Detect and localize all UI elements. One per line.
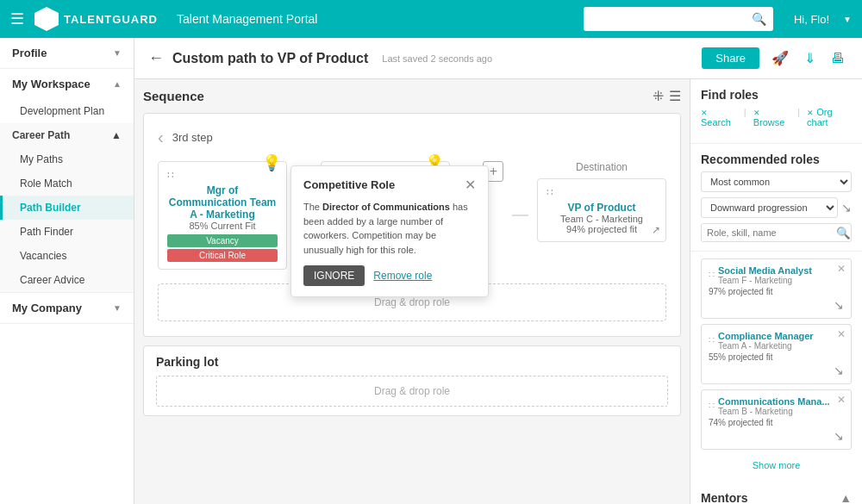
card-handle: ∷ — [167, 169, 278, 181]
sidebar: Profile ▼ My Workspace ▲ Development Pla… — [0, 38, 134, 504]
grid-view-icon[interactable]: ⁜ — [653, 88, 664, 104]
lightbulb-icon: 💡 — [262, 153, 281, 172]
logo-shield-icon — [34, 7, 59, 31]
role-drag-dots-1[interactable]: ∷ — [709, 270, 715, 281]
parking-lot-drag-drop[interactable]: Drag & drop role — [156, 376, 668, 407]
sequence-controls: ⁜ ☰ — [653, 88, 681, 104]
sidebar-workspace-label: My Workspace — [12, 78, 91, 90]
step-back-arrow-icon[interactable]: ‹ — [158, 128, 164, 147]
company-collapse-icon: ▼ — [113, 303, 122, 313]
sidebar-item-role-match[interactable]: Role Match — [0, 171, 134, 196]
critical-role-badge: Critical Role — [167, 249, 278, 262]
sidebar-item-career-advice[interactable]: Career Advice — [0, 268, 134, 292]
role-drag-dots-2[interactable]: ∷ — [709, 335, 715, 346]
role3-name: Communications Mana... — [718, 396, 830, 407]
tab-browse[interactable]: ✕ Browse — [753, 107, 791, 128]
sequence-header: Sequence ⁜ ☰ — [143, 88, 681, 104]
tab-search[interactable]: ✕ Search — [701, 107, 737, 128]
drag-handle-icon[interactable]: ∷ — [167, 169, 174, 181]
popup-remove-link[interactable]: Remove role — [373, 270, 432, 282]
sidebar-company-header[interactable]: My Company ▼ — [0, 293, 134, 323]
sidebar-company-section: My Company ▼ — [0, 293, 134, 324]
share-button[interactable]: Share — [702, 47, 759, 69]
rocket-icon-button[interactable]: 🚀 — [768, 47, 792, 70]
sidebar-workspace-section: My Workspace ▲ Development Plan Career P… — [0, 69, 134, 293]
role-drag-dots-3[interactable]: ∷ — [709, 401, 715, 412]
canvas-area: Sequence ⁜ ☰ ‹ 3rd step — [134, 79, 690, 504]
search-wrap: 🔍 — [584, 7, 773, 31]
sidebar-item-development-plan[interactable]: Development Plan — [0, 99, 134, 123]
print-icon-button[interactable]: 🖶 — [828, 47, 848, 70]
find-roles-title: Find roles — [701, 88, 852, 102]
sidebar-profile-header[interactable]: Profile ▼ — [0, 38, 134, 68]
role1-name: Social Media Analyst — [718, 265, 812, 276]
sidebar-item-vacancies[interactable]: Vacancies — [0, 244, 134, 268]
role2-fit: 55% projected fit — [709, 352, 844, 362]
app-title: Talent Management Portal — [177, 12, 317, 26]
org-chart-tab-icon: ✕ — [807, 109, 814, 117]
destination-card: ∷ VP of Product Team C - Marketing 94% p… — [537, 178, 666, 242]
role1-actions: ↘ — [709, 298, 844, 312]
vacancy-badge: Vacancy — [167, 234, 278, 247]
sidebar-career-path-section: Career Path ▲ My Paths Role Match Path B… — [0, 123, 134, 292]
profile-collapse-icon: ▼ — [113, 48, 122, 58]
app-logo: TALENTGUARD — [34, 7, 158, 31]
download-icon-button[interactable]: ⇓ — [801, 47, 819, 70]
sidebar-workspace-header[interactable]: My Workspace ▲ — [0, 69, 134, 99]
role2-remove-button[interactable]: ✕ — [837, 328, 846, 340]
role1-remove-button[interactable]: ✕ — [837, 263, 846, 275]
saved-info: Last saved 2 seconds ago — [382, 53, 492, 64]
user-menu-arrow-icon[interactable]: ▼ — [843, 15, 852, 24]
role2-name: Compliance Manager — [718, 331, 814, 341]
list-view-icon[interactable]: ☰ — [669, 88, 681, 104]
connector-line-3 — [512, 215, 528, 216]
popup-ignore-button[interactable]: IGNORE — [303, 265, 365, 286]
panel-toggle-button[interactable]: ▶ — [690, 275, 690, 309]
dropdown-downward-progression[interactable]: Downward progression — [701, 197, 838, 218]
role3-move-icon[interactable]: ↘ — [834, 429, 844, 443]
content-header: ← Custom path to VP of Product Last save… — [134, 38, 862, 79]
sidebar-item-path-finder[interactable]: Path Finder — [0, 220, 134, 244]
role1-team: Team F - Marketing — [718, 276, 812, 285]
popup-body: The Director of Communications has been … — [303, 200, 476, 257]
role-search-input[interactable] — [702, 224, 831, 241]
path-builder-main: Sequence ⁜ ☰ ‹ 3rd step — [134, 79, 862, 504]
content-area: ← Custom path to VP of Product Last save… — [134, 38, 862, 504]
recommended-role-social-media: ∷ Social Media Analyst Team F - Marketin… — [701, 258, 852, 319]
dest-fit: 94% projected fit — [547, 224, 657, 234]
dropdown-most-common[interactable]: Most common — [701, 171, 852, 192]
show-more-link[interactable]: Show more — [701, 455, 852, 476]
dest-expand-icon[interactable]: ↗ — [652, 224, 660, 236]
competitive-role-popup: Competitive Role ✕ The Director of Commu… — [290, 165, 489, 297]
page-title: Custom path to VP of Product — [172, 51, 368, 66]
sidebar-career-path-header[interactable]: Career Path ▲ — [0, 123, 134, 147]
role1-move-icon[interactable]: ↘ — [834, 298, 844, 312]
dest-team: Team C - Marketing — [547, 214, 657, 224]
top-navbar: ☰ TALENTGUARD Talent Management Portal 🔍… — [0, 0, 862, 38]
parking-lot: Parking lot Drag & drop role — [143, 345, 681, 416]
drag-handle-icon-dest[interactable]: ∷ — [547, 186, 553, 198]
popup-body-text1: The — [303, 202, 322, 212]
sequence-content: ‹ 3rd step ∷ Mgr of Communication Team A… — [143, 113, 681, 337]
back-button[interactable]: ← — [148, 49, 164, 67]
downward-progression-icon: ↘ — [841, 201, 852, 215]
sidebar-item-my-paths[interactable]: My Paths — [0, 147, 134, 171]
sidebar-item-path-builder[interactable]: Path Builder — [0, 196, 134, 220]
role-search-button[interactable]: 🔍 — [831, 224, 852, 241]
popup-title: Competitive Role — [303, 178, 395, 191]
tab-org-chart[interactable]: ✕ Org chart — [807, 107, 852, 128]
global-search-input[interactable] — [584, 7, 773, 31]
mentors-title: Mentors — [701, 491, 747, 504]
role2-move-icon[interactable]: ↘ — [834, 364, 844, 377]
sequence-title: Sequence — [143, 89, 204, 103]
panel-tabs: ✕ Search | ✕ Browse | ✕ Org chart — [701, 107, 852, 128]
hamburger-menu-icon[interactable]: ☰ — [10, 9, 24, 28]
mentors-collapse-icon[interactable]: ▲ — [840, 491, 852, 504]
parking-lot-title: Parking lot — [156, 355, 668, 369]
popup-close-button[interactable]: ✕ — [465, 177, 476, 193]
workspace-collapse-icon: ▲ — [113, 79, 122, 89]
role3-remove-button[interactable]: ✕ — [837, 394, 846, 406]
destination-label: Destination — [576, 161, 628, 173]
popup-actions: IGNORE Remove role — [303, 265, 476, 286]
popup-header: Competitive Role ✕ — [303, 177, 476, 193]
